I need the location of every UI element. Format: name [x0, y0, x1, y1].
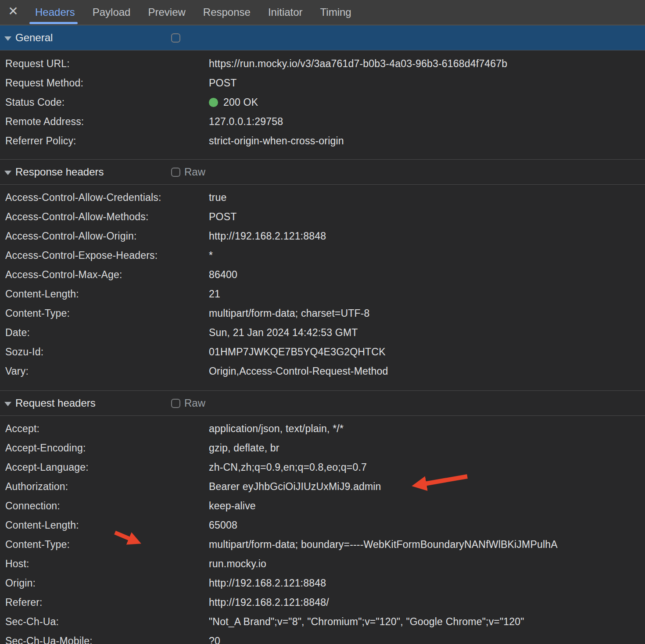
close-icon[interactable]: ✕ — [0, 0, 26, 25]
network-request-details-panel: ✕ Headers Payload Preview Response Initi… — [0, 0, 645, 644]
header-row: Content-Length: 21 — [0, 284, 645, 304]
header-value: 200 OK — [209, 97, 645, 108]
header-value: zh-CN,zh;q=0.9,en;q=0.8,eo;q=0.7 — [209, 462, 645, 473]
header-name: Vary: — [5, 365, 209, 377]
header-value: strict-origin-when-cross-origin — [209, 135, 645, 147]
header-value: multipart/form-data; charset=UTF-8 — [209, 308, 645, 319]
header-name: Content-Type: — [5, 308, 209, 319]
header-row: Status Code: 200 OK — [0, 93, 645, 112]
header-name: Accept: — [5, 423, 209, 435]
header-row: Referrer Policy: strict-origin-when-cros… — [0, 131, 645, 150]
header-value: * — [209, 250, 645, 261]
header-name: Connection: — [5, 500, 209, 512]
header-value: POST — [209, 211, 645, 223]
header-name: Status Code: — [5, 97, 209, 108]
headers-sections: General Request URL: https://run.mocky.i… — [0, 25, 645, 644]
section-general: General Request URL: https://run.mocky.i… — [0, 25, 645, 159]
header-row: Sozu-Id: 01HMP7JWKQE7B5YQ4E3G2QHTCK — [0, 342, 645, 361]
header-row: Vary: Origin,Access-Control-Request-Meth… — [0, 361, 645, 381]
header-row: Access-Control-Allow-Methods: POST — [0, 207, 645, 226]
section-title: General — [15, 32, 53, 44]
header-row: Origin: http://192.168.2.121:8848 — [0, 573, 645, 593]
header-name: Content-Length: — [5, 519, 209, 531]
header-row: Access-Control-Expose-Headers: * — [0, 246, 645, 265]
header-row: Authorization: Bearer eyJhbGciOiJIUzUxMi… — [0, 477, 645, 496]
header-value: multipart/form-data; boundary=----WebKit… — [209, 539, 645, 551]
section-header-request-headers[interactable]: Request headers Raw — [0, 390, 645, 416]
header-value: http://192.168.2.121:8848/ — [209, 597, 645, 608]
header-name: Content-Length: — [5, 288, 209, 300]
header-row: Connection: keep-alive — [0, 496, 645, 515]
header-name: Access-Control-Allow-Methods: — [5, 211, 209, 223]
header-name: Access-Control-Max-Age: — [5, 269, 209, 281]
raw-checkbox-label[interactable]: Raw — [184, 397, 205, 409]
header-value: 127.0.0.1:29758 — [209, 116, 645, 128]
header-value: "Not_A Brand";v="8", "Chromium";v="120",… — [209, 616, 645, 628]
section-response-headers: Response headers Raw Access-Control-Allo… — [0, 159, 645, 390]
header-value: 21 — [209, 288, 645, 300]
section-title: Response headers — [15, 166, 104, 178]
header-name: Request URL: — [5, 58, 209, 70]
section-header-response-headers[interactable]: Response headers Raw — [0, 159, 645, 185]
header-value: Sun, 21 Jan 2024 14:42:53 GMT — [209, 327, 645, 339]
header-name: Referer: — [5, 597, 209, 608]
raw-checkbox[interactable] — [171, 33, 180, 43]
raw-checkbox[interactable] — [171, 168, 180, 177]
header-row: Sec-Ch-Ua-Mobile: ?0 — [0, 631, 645, 644]
tab-response[interactable]: Response — [194, 0, 259, 25]
tab-strip: Headers Payload Preview Response Initiat… — [26, 0, 360, 25]
raw-toggle — [171, 25, 184, 50]
raw-toggle: Raw — [171, 160, 205, 184]
header-name: Access-Control-Expose-Headers: — [5, 250, 209, 261]
header-value: https://run.mocky.io/v3/3aa761d7-b0b3-4a… — [209, 58, 645, 70]
collapse-triangle-icon — [4, 36, 11, 41]
collapse-triangle-icon — [4, 402, 11, 406]
header-row: Access-Control-Max-Age: 86400 — [0, 265, 645, 284]
header-row: Remote Address: 127.0.0.1:29758 — [0, 112, 645, 131]
header-value: Bearer eyJhbGciOiJIUzUxMiJ9.admin — [209, 481, 645, 493]
header-value: keep-alive — [209, 500, 645, 512]
header-value: Origin,Access-Control-Request-Method — [209, 365, 645, 377]
section-request-headers: Request headers Raw Accept: application/… — [0, 390, 645, 644]
raw-checkbox-label[interactable]: Raw — [184, 166, 205, 178]
header-row: Date: Sun, 21 Jan 2024 14:42:53 GMT — [0, 323, 645, 342]
tab-headers[interactable]: Headers — [26, 0, 84, 25]
header-row: Content-Length: 65008 — [0, 515, 645, 535]
header-row: Content-Type: multipart/form-data; bound… — [0, 535, 645, 554]
header-name: Sec-Ch-Ua: — [5, 616, 209, 628]
header-row: Request Method: POST — [0, 73, 645, 93]
header-name: Content-Type: — [5, 539, 209, 551]
status-ok-dot-icon — [209, 98, 218, 107]
raw-toggle: Raw — [171, 391, 205, 415]
header-row: Referer: http://192.168.2.121:8848/ — [0, 593, 645, 612]
header-value: true — [209, 192, 645, 204]
header-row: Accept-Encoding: gzip, deflate, br — [0, 438, 645, 458]
header-value: POST — [209, 77, 645, 89]
tab-initiator[interactable]: Initiator — [259, 0, 312, 25]
header-row: Accept: application/json, text/plain, */… — [0, 419, 645, 438]
collapse-triangle-icon — [4, 171, 11, 175]
header-name: Access-Control-Allow-Credentials: — [5, 192, 209, 204]
header-name: Accept-Encoding: — [5, 442, 209, 454]
header-rows: Request URL: https://run.mocky.io/v3/3aa… — [0, 50, 645, 159]
header-row: Sec-Ch-Ua: "Not_A Brand";v="8", "Chromiu… — [0, 612, 645, 631]
raw-checkbox[interactable] — [171, 399, 180, 408]
header-value: ?0 — [209, 635, 645, 644]
header-row: Access-Control-Allow-Credentials: true — [0, 188, 645, 207]
header-value: 86400 — [209, 269, 645, 281]
header-value: http://192.168.2.121:8848 — [209, 230, 645, 242]
header-name: Sec-Ch-Ua-Mobile: — [5, 635, 209, 644]
header-name: Sozu-Id: — [5, 346, 209, 358]
header-row: Host: run.mocky.io — [0, 554, 645, 573]
header-row: Access-Control-Allow-Origin: http://192.… — [0, 226, 645, 246]
detail-tabbar: ✕ Headers Payload Preview Response Initi… — [0, 0, 645, 25]
section-title: Request headers — [15, 397, 96, 409]
header-value: 01HMP7JWKQE7B5YQ4E3G2QHTCK — [209, 346, 645, 358]
header-name: Origin: — [5, 577, 209, 589]
header-row: Accept-Language: zh-CN,zh;q=0.9,en;q=0.8… — [0, 458, 645, 477]
header-value: application/json, text/plain, */* — [209, 423, 645, 435]
tab-preview[interactable]: Preview — [139, 0, 194, 25]
tab-payload[interactable]: Payload — [84, 0, 140, 25]
section-header-general[interactable]: General — [0, 25, 645, 50]
tab-timing[interactable]: Timing — [312, 0, 360, 25]
